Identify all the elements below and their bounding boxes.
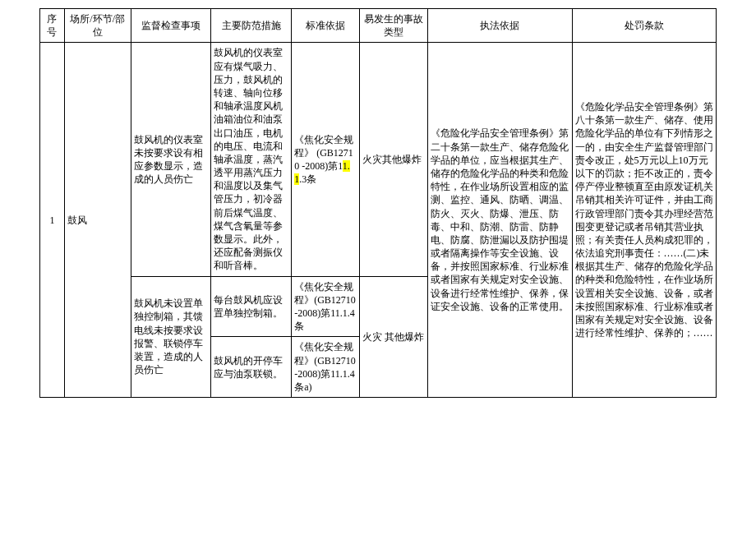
header-measures: 主要防范措施 [211, 9, 292, 43]
cell-accident-2: 火灾 其他爆炸 [360, 276, 428, 398]
header-row: 序号 场所/环节/部位 监督检查事项 主要防范措施 标准依据 易发生的事故类型 … [40, 9, 717, 43]
std1-part-c: .3条 [299, 173, 316, 185]
cell-standard-2b: 《焦化安全规程》(GB12710 -2008)第11.1.4条a) [292, 337, 360, 398]
cell-location: 鼓风 [64, 43, 131, 398]
cell-penalty: 《危险化学品安全管理条例》第八十条第一款生产、储存、使用危险化学品的单位有下列情… [572, 43, 717, 398]
header-lawbasis: 执法依据 [428, 9, 572, 43]
cell-standard-2a: 《焦化安全规程》(GB12710 -2008)第11.1.4条 [292, 276, 360, 337]
header-accident: 易发生的事故类型 [360, 9, 428, 43]
header-inspection: 监督检查事项 [131, 9, 211, 43]
cell-accident-1: 火灾其他爆炸 [360, 43, 428, 276]
table-row: 1 鼓风 鼓风机的仪表室未按要求设有相应参数显示，造成的人员伤亡 鼓风机的仪表室… [40, 43, 717, 276]
header-standard: 标准依据 [292, 9, 360, 43]
cell-standard-1: 《焦化安全规程》 (GB12710 -2008)第11.1.3条 [292, 43, 360, 276]
header-penalty: 处罚条款 [572, 9, 717, 43]
header-seq: 序号 [40, 9, 65, 43]
cell-measures-2b: 鼓风机的开停车应与油泵联锁。 [211, 337, 292, 398]
cell-measures-1: 鼓风机的仪表室应有煤气吸力、压力，鼓风机的转速、轴向位移和轴承温度风机油箱油位和… [211, 43, 292, 276]
regulation-table: 序号 场所/环节/部位 监督检查事项 主要防范措施 标准依据 易发生的事故类型 … [39, 8, 717, 398]
cell-inspection-2: 鼓风机未设置单独控制箱，其馈电线未按要求设报警、联锁停车装置，造成的人员伤亡 [131, 276, 211, 398]
cell-seq: 1 [40, 43, 65, 398]
cell-measures-2a: 每台鼓风机应设置单独控制箱。 [211, 276, 292, 337]
header-location: 场所/环节/部位 [64, 9, 131, 43]
cell-inspection-1: 鼓风机的仪表室未按要求设有相应参数显示，造成的人员伤亡 [131, 43, 211, 276]
cell-lawbasis: 《危险化学品安全管理条例》第二十条第一款生产、储存危险化学品的单位，应当根据其生… [428, 43, 572, 398]
